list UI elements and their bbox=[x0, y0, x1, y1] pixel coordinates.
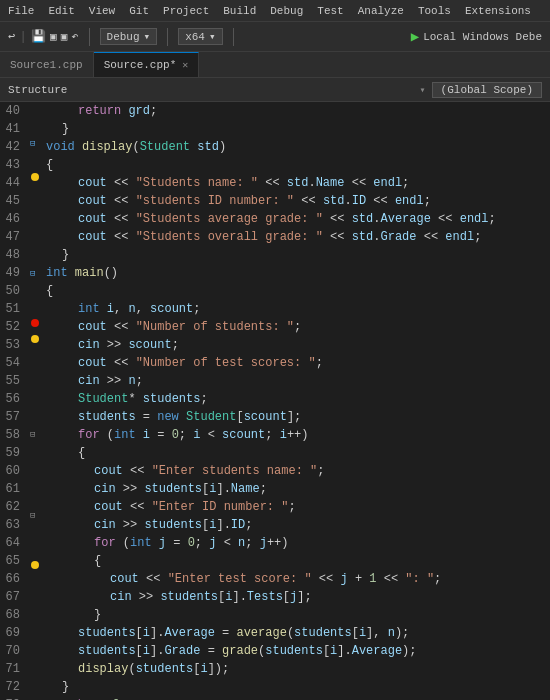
code-line-68: cout << "Enter test score: " << j + 1 <<… bbox=[46, 570, 550, 588]
code-line-53: cout << "Number of students: "; bbox=[46, 318, 550, 336]
code-line-42: void display(Student std) bbox=[46, 138, 550, 156]
code-line-55: cout << "Number of test scores: "; bbox=[46, 354, 550, 372]
code-line-50: int main() bbox=[46, 264, 550, 282]
arch-arrow-icon: ▾ bbox=[209, 30, 216, 43]
menu-bar: File Edit View Git Project Build Debug T… bbox=[0, 0, 550, 22]
global-scope-label: (Global Scope) bbox=[432, 82, 542, 98]
toolbar: ↩ | 💾 ▣ ▣ ↶ Debug ▾ x64 ▾ ▶ Local Window… bbox=[0, 22, 550, 52]
code-line-67: { bbox=[46, 552, 550, 570]
menu-tools[interactable]: Tools bbox=[418, 5, 451, 17]
tab-bar: Source1.cpp Source.cpp* ✕ bbox=[0, 52, 550, 78]
code-line-71: students[i].Average = average(students[i… bbox=[46, 624, 550, 642]
menu-extensions[interactable]: Extensions bbox=[465, 5, 531, 17]
menu-analyze[interactable]: Analyze bbox=[358, 5, 404, 17]
run-section: ▶ Local Windows Debe bbox=[411, 28, 542, 45]
code-line-51: { bbox=[46, 282, 550, 300]
menu-build[interactable]: Build bbox=[223, 5, 256, 17]
run-button[interactable]: ▶ bbox=[411, 28, 419, 45]
code-line-69: cin >> students[i].Tests[j]; bbox=[46, 588, 550, 606]
code-line-59: for (int i = 0; i < scount; i++) bbox=[46, 426, 550, 444]
code-line-72: students[i].Grade = grade(students[i].Av… bbox=[46, 642, 550, 660]
code-line-65: cin >> students[i].ID; bbox=[46, 516, 550, 534]
code-line-52: int i, n, scount; bbox=[46, 300, 550, 318]
code-line-66: for (int j = 0; j < n; j++) bbox=[46, 534, 550, 552]
code-line-60: { bbox=[46, 444, 550, 462]
code-line-40: return grd; bbox=[46, 102, 550, 120]
tab-source1-label: Source1.cpp bbox=[10, 59, 83, 71]
code-line-48: } bbox=[46, 246, 550, 264]
arch-label: x64 bbox=[185, 31, 205, 43]
save-icon[interactable]: 💾 bbox=[31, 29, 46, 44]
code-line-57: Student* students; bbox=[46, 390, 550, 408]
tab-source1[interactable]: Source1.cpp bbox=[0, 52, 94, 77]
code-line-56: cin >> n; bbox=[46, 372, 550, 390]
undo-icon[interactable]: ↩ bbox=[8, 29, 15, 44]
code-line-74: } bbox=[46, 678, 550, 696]
tab-source-active[interactable]: Source.cpp* ✕ bbox=[94, 52, 200, 77]
code-line-62: cout << "Enter students name: "; bbox=[46, 462, 550, 480]
arch-dropdown[interactable]: x64 ▾ bbox=[178, 28, 222, 45]
tab-source-label: Source.cpp* bbox=[104, 59, 177, 71]
menu-test[interactable]: Test bbox=[317, 5, 343, 17]
code-line-58: students = new Student[scount]; bbox=[46, 408, 550, 426]
code-line-46: cout << "Students average grade: " << st… bbox=[46, 210, 550, 228]
window2-icon[interactable]: ▣ bbox=[61, 30, 68, 43]
menu-project[interactable]: Project bbox=[163, 5, 209, 17]
tab-close-icon[interactable]: ✕ bbox=[182, 59, 188, 71]
code-line-54: cin >> scount; bbox=[46, 336, 550, 354]
code-line-47: cout << "Students overall grade: " << st… bbox=[46, 228, 550, 246]
structure-label: Structure bbox=[8, 84, 67, 96]
toolbar-icons: ↩ | 💾 ▣ ▣ ↶ bbox=[8, 29, 79, 44]
dropdown-arrow-icon: ▾ bbox=[144, 30, 151, 43]
structure-bar: Structure ▾ (Global Scope) bbox=[0, 78, 550, 102]
menu-view[interactable]: View bbox=[89, 5, 115, 17]
line-numbers: 40 41 42 43 44 45 46 47 48 49 50 51 52 5… bbox=[0, 102, 28, 700]
dropdown-arrow2-icon: ▾ bbox=[420, 84, 426, 96]
code-line-43: { bbox=[46, 156, 550, 174]
toolbar-separator2 bbox=[167, 28, 168, 46]
debug-dropdown[interactable]: Debug ▾ bbox=[100, 28, 158, 45]
debug-label: Debug bbox=[107, 31, 140, 43]
window-icon[interactable]: ▣ bbox=[50, 30, 57, 43]
menu-edit[interactable]: Edit bbox=[48, 5, 74, 17]
menu-file[interactable]: File bbox=[8, 5, 34, 17]
menu-debug[interactable]: Debug bbox=[270, 5, 303, 17]
code-content[interactable]: return grd; } void display(Student std) … bbox=[42, 102, 550, 700]
undo2-icon[interactable]: ↶ bbox=[71, 29, 78, 44]
code-line-45: cout << "students ID number: " << std.ID… bbox=[46, 192, 550, 210]
code-line-41: } bbox=[46, 120, 550, 138]
code-editor: 40 41 42 43 44 45 46 47 48 49 50 51 52 5… bbox=[0, 102, 550, 700]
local-debug-label: Local Windows Debe bbox=[423, 31, 542, 43]
toolbar-separator3 bbox=[233, 28, 234, 46]
code-line-64: cout << "Enter ID number: "; bbox=[46, 498, 550, 516]
code-line-73: display(students[i]); bbox=[46, 660, 550, 678]
toolbar-separator bbox=[89, 28, 90, 46]
code-line-44: cout << "Students name: " << std.Name <<… bbox=[46, 174, 550, 192]
menu-git[interactable]: Git bbox=[129, 5, 149, 17]
code-line-75: return 0; bbox=[46, 696, 550, 700]
gutter: ⊟ ⊟ ⊟ ⊟ bbox=[28, 102, 42, 700]
separator1: | bbox=[19, 29, 27, 44]
code-line-63: cin >> students[i].Name; bbox=[46, 480, 550, 498]
code-line-70: } bbox=[46, 606, 550, 624]
